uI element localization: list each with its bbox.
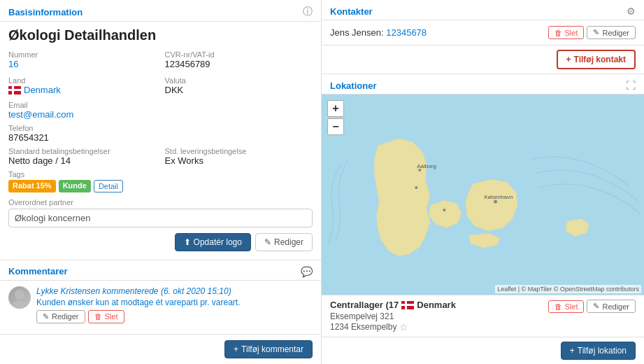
map-controls: + − xyxy=(327,100,344,135)
std-betaling-label: Standard betalingsbetingelser xyxy=(8,147,157,155)
info-grid: Nummer 16 CVR-nr/VAT-id 123456789 Land D… xyxy=(8,50,313,101)
action-buttons: ⬆ Opdatér logo ✎ Rediger xyxy=(8,233,313,254)
edit-button[interactable]: ✎ Rediger xyxy=(255,233,313,251)
add-location-button[interactable]: + Tilføj lokation xyxy=(561,342,636,360)
tag-kunde: Kunde xyxy=(59,180,91,192)
land-label: Land xyxy=(8,76,157,85)
valuta-block: Valuta DKK xyxy=(165,76,313,97)
contact-buttons: 🗑 Slet ✎ Rediger xyxy=(548,26,636,39)
comment-author: Lykke Kristensen kommenterede (6. okt 20… xyxy=(36,286,241,296)
svg-point-5 xyxy=(494,200,497,204)
tag-rabat: Rabat 15% xyxy=(8,180,56,192)
locations-title: Lokationer xyxy=(330,80,376,91)
svg-text:Aalborg: Aalborg xyxy=(417,163,436,169)
comment-content: Lykke Kristensen kommenterede (6. okt 20… xyxy=(36,286,241,323)
tag-detail: Detail xyxy=(94,180,123,192)
edit-icon: ✎ xyxy=(43,312,49,321)
comment-delete-button[interactable]: 🗑 Slet xyxy=(88,310,124,323)
location-name: Centrallager (17 Denmark xyxy=(330,300,456,310)
valuta-label: Valuta xyxy=(165,76,313,85)
comments-section: Kommentarer 💬 Lykke Kristensen kommenter… xyxy=(0,260,321,365)
left-panel: Basisinformation ⓘ Økologi Detailhandlen… xyxy=(0,0,322,364)
delete-icon: 🗑 xyxy=(94,312,102,321)
add-comment-button[interactable]: + Tilføj kommentar xyxy=(224,340,313,358)
telefon-label: Telefon xyxy=(8,124,313,132)
std-betaling-value: Netto dage / 14 xyxy=(8,155,71,166)
telefon-block: Telefon 87654321 xyxy=(8,124,313,143)
tags-label: Tags xyxy=(8,170,313,178)
upload-icon: ⬆ xyxy=(184,237,191,247)
location-flag-icon xyxy=(401,301,414,309)
payment-delivery-grid: Standard betalingsbetingelser Netto dage… xyxy=(8,147,313,170)
comment-edit-button[interactable]: ✎ Rediger xyxy=(36,310,85,323)
comments-body: Lykke Kristensen kommenterede (6. okt 20… xyxy=(0,281,321,335)
update-logo-button[interactable]: ⬆ Opdatér logo xyxy=(175,233,251,251)
locations-expand-icon[interactable]: ⛶ xyxy=(626,80,636,91)
comments-footer: + Tilføj kommentar xyxy=(0,334,321,364)
edit-icon: ✎ xyxy=(593,302,599,311)
info-icon[interactable]: ⓘ xyxy=(303,6,313,18)
company-name: Økologi Detailhandlen xyxy=(8,27,313,43)
basic-info-header: Basisinformation ⓘ xyxy=(0,0,321,22)
svg-point-6 xyxy=(443,209,445,211)
map-attribution: Leaflet | © MapTiler © OpenStreetMap con… xyxy=(495,285,641,293)
contacts-title: Kontakter xyxy=(330,6,373,17)
plus-icon: + xyxy=(234,344,238,354)
add-contact-row: + Tilføj kontakt xyxy=(322,45,644,74)
delete-icon: 🗑 xyxy=(554,29,562,37)
basic-info-title: Basisinformation xyxy=(8,7,83,18)
comment-text: Kunden ønsker kun at modtage ét varepart… xyxy=(36,298,241,307)
svg-point-0 xyxy=(15,290,24,300)
map-container: Aalborg København + − Leaflet | © MapTil… xyxy=(322,94,644,295)
add-contact-button[interactable]: + Tilføj kontakt xyxy=(557,50,636,69)
comment-icon[interactable]: 💬 xyxy=(301,266,313,277)
std-betaling-block: Standard betalingsbetingelser Netto dage… xyxy=(8,147,157,166)
location-address: Eksempelvej 321 xyxy=(330,312,456,321)
land-block: Land Denmark xyxy=(8,76,157,97)
contact-delete-button[interactable]: 🗑 Slet xyxy=(548,26,585,39)
plus-icon: + xyxy=(570,346,575,356)
nummer-label: Nummer xyxy=(8,50,157,59)
basic-info-body: Økologi Detailhandlen Nummer 16 CVR-nr/V… xyxy=(0,22,321,260)
telefon-value: 87654321 xyxy=(8,132,49,143)
location-buttons: 🗑 Slet ✎ Rediger xyxy=(548,300,636,313)
contact-name: Jens Jensen: 12345678 xyxy=(330,27,427,38)
email-block: Email test@email.com xyxy=(8,101,313,120)
zoom-in-button[interactable]: + xyxy=(327,100,344,117)
cvr-block: CVR-nr/VAT-id 123456789 xyxy=(165,50,313,69)
tags-row: Rabat 15% Kunde Detail xyxy=(8,180,313,192)
land-value: Denmark xyxy=(8,86,61,97)
contacts-header: Kontakter ⚙ xyxy=(322,0,644,20)
star-icon[interactable]: ☆ xyxy=(399,321,408,332)
contact-phone-link[interactable]: 12345678 xyxy=(386,27,427,38)
delete-icon: 🗑 xyxy=(554,302,562,311)
location-delete-button[interactable]: 🗑 Slet xyxy=(548,300,585,313)
comments-title: Kommentarer xyxy=(8,266,68,276)
right-panel: Kontakter ⚙ Jens Jensen: 12345678 🗑 Slet… xyxy=(322,0,644,364)
avatar xyxy=(8,286,31,309)
valuta-value: DKK xyxy=(165,85,184,95)
location-city: 1234 Eksempelby ☆ xyxy=(330,321,456,332)
std-levering-block: Std. leveringsbetingelse Ex Works xyxy=(165,147,313,166)
contact-edit-button[interactable]: ✎ Rediger xyxy=(587,26,636,39)
locations-header: Lokationer ⛶ xyxy=(322,74,644,94)
std-levering-value: Ex Works xyxy=(165,155,203,166)
svg-point-4 xyxy=(415,186,417,189)
location-details: Centrallager (17 Denmark Eksempelvej 321… xyxy=(330,300,456,332)
contacts-section: Kontakter ⚙ Jens Jensen: 12345678 🗑 Slet… xyxy=(322,0,644,74)
contact-row: Jens Jensen: 12345678 🗑 Slet ✎ Rediger xyxy=(322,20,644,45)
std-levering-label: Std. leveringsbetingelse xyxy=(165,147,313,155)
svg-text:København: København xyxy=(485,194,513,200)
cvr-label: CVR-nr/VAT-id xyxy=(165,50,313,59)
contacts-settings-icon[interactable]: ⚙ xyxy=(627,6,636,17)
overordnet-block: Overordnet partner xyxy=(8,198,313,227)
comment-actions: ✎ Rediger 🗑 Slet xyxy=(36,310,241,323)
locations-footer: + Tilføj lokation xyxy=(322,337,644,364)
email-label: Email xyxy=(8,101,313,109)
overordnet-input[interactable] xyxy=(8,209,313,227)
location-edit-button[interactable]: ✎ Rediger xyxy=(587,300,636,313)
plus-icon: + xyxy=(566,55,571,64)
location-info: Centrallager (17 Denmark Eksempelvej 321… xyxy=(322,295,644,337)
zoom-out-button[interactable]: − xyxy=(327,118,344,135)
locations-section: Lokationer ⛶ xyxy=(322,74,644,364)
